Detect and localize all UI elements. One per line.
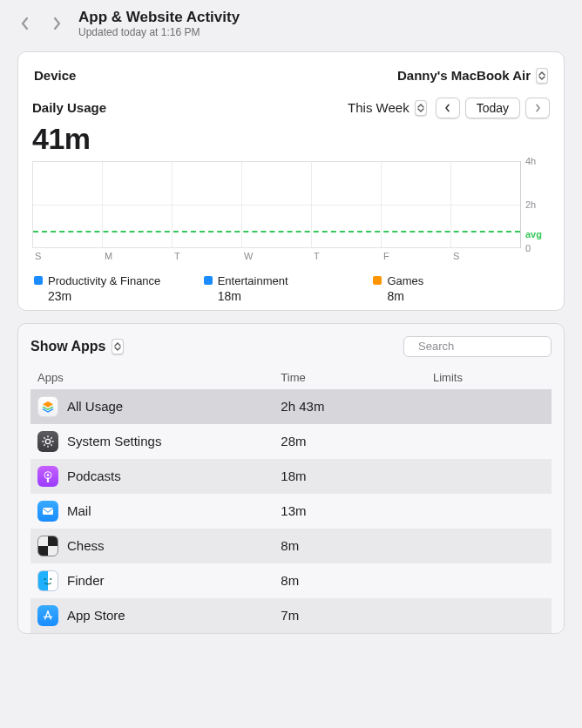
app-name: System Settings <box>67 434 161 448</box>
x-tick: M <box>105 247 112 261</box>
svg-point-2 <box>45 439 50 443</box>
legend-value: 18m <box>218 289 374 303</box>
x-tick: W <box>244 247 253 261</box>
x-tick: T <box>174 247 180 261</box>
legend-item[interactable]: Productivity & Finance23m <box>34 274 204 303</box>
show-apps-select[interactable]: Show Apps <box>30 339 124 354</box>
back-button[interactable] <box>16 14 35 33</box>
legend-item[interactable]: Entertainment18m <box>204 274 374 303</box>
legend-label: Games <box>387 274 423 287</box>
forward-button[interactable] <box>47 14 66 33</box>
table-row[interactable]: Mail13m <box>30 494 552 529</box>
y-axis: 4h 2h avg 0 <box>520 161 550 248</box>
app-time: 18m <box>281 468 433 483</box>
legend-swatch <box>373 276 382 285</box>
app-time: 2h 43m <box>281 399 433 414</box>
chevron-left-icon <box>20 17 30 30</box>
search-input[interactable] <box>416 339 566 354</box>
stack-icon <box>37 396 58 417</box>
col-apps: Apps <box>37 371 281 384</box>
device-label: Device <box>34 68 76 83</box>
table-row[interactable]: System Settings28m <box>30 424 552 459</box>
legend-label: Entertainment <box>218 274 288 287</box>
app-name: App Store <box>67 608 125 623</box>
app-name: Finder <box>67 573 105 588</box>
x-tick: T <box>314 247 320 261</box>
chevron-left-icon <box>443 103 451 113</box>
table-row[interactable]: All Usage2h 43m <box>30 389 552 424</box>
app-time: 8m <box>281 573 433 588</box>
x-tick: S <box>35 247 41 261</box>
legend-item[interactable]: Games8m <box>373 274 548 303</box>
device-select[interactable]: Danny's MacBook Air <box>397 68 548 84</box>
daily-usage-label: Daily Usage <box>32 100 106 115</box>
next-period-button[interactable] <box>525 98 550 118</box>
legend-label: Productivity & Finance <box>48 274 160 287</box>
col-time: Time <box>281 371 433 384</box>
x-tick: F <box>383 247 389 261</box>
svg-point-6 <box>44 578 46 580</box>
table-row[interactable]: Chess8m <box>30 529 552 563</box>
chess-icon <box>37 536 58 556</box>
svg-rect-5 <box>43 508 53 515</box>
page-title: App & Website Activity <box>78 9 240 26</box>
page-subtitle: Updated today at 1:16 PM <box>78 26 240 38</box>
table-row[interactable]: App Store7m <box>30 598 552 633</box>
finder-icon <box>37 570 58 591</box>
app-time: 7m <box>281 608 433 623</box>
search-field[interactable] <box>403 336 552 357</box>
stepper-icon <box>415 100 427 116</box>
legend-swatch <box>204 276 213 285</box>
app-name: Mail <box>67 503 91 518</box>
stepper-icon <box>112 339 124 354</box>
app-time: 8m <box>281 538 433 553</box>
today-button[interactable]: Today <box>465 98 520 118</box>
app-time: 13m <box>281 503 433 518</box>
chart-day-col[interactable]: M <box>102 162 172 247</box>
chart-day-col[interactable]: W <box>241 162 311 247</box>
table-header: Apps Time Limits <box>30 366 552 389</box>
apps-table-card: Show Apps Apps Time Limits All Usage2h 4… <box>17 323 565 634</box>
x-tick: S <box>453 247 459 261</box>
prev-period-button[interactable] <box>436 98 460 118</box>
chart-day-col[interactable]: S <box>450 162 520 247</box>
chart-day-col[interactable]: T <box>311 162 381 247</box>
legend-swatch <box>34 276 43 285</box>
usage-card: Device Danny's MacBook Air Daily Usage T… <box>17 51 565 311</box>
app-name: All Usage <box>67 399 123 414</box>
chevron-right-icon <box>51 17 62 30</box>
stepper-icon <box>536 68 548 84</box>
mail-icon <box>37 501 58 522</box>
chevron-right-icon <box>534 103 542 113</box>
chart-day-col[interactable]: S <box>33 162 102 247</box>
svg-point-3 <box>47 474 50 476</box>
chart-day-col[interactable]: F <box>381 162 450 247</box>
usage-chart: SMTWTFS <box>32 161 520 248</box>
appstore-icon <box>37 605 58 626</box>
range-select[interactable]: This Week <box>348 100 427 116</box>
svg-point-7 <box>50 578 51 580</box>
app-name: Chess <box>67 538 105 553</box>
podcast-icon <box>37 466 58 487</box>
legend-value: 23m <box>48 289 204 303</box>
table-row[interactable]: Finder8m <box>30 563 552 598</box>
app-name: Podcasts <box>67 468 121 483</box>
app-time: 28m <box>281 434 433 448</box>
legend-value: 8m <box>387 289 548 303</box>
col-limits: Limits <box>433 371 545 384</box>
table-row[interactable]: Podcasts18m <box>30 459 552 494</box>
chart-day-col[interactable]: T <box>172 162 241 247</box>
gear-icon <box>37 431 58 452</box>
usage-total: 41m <box>32 122 550 156</box>
